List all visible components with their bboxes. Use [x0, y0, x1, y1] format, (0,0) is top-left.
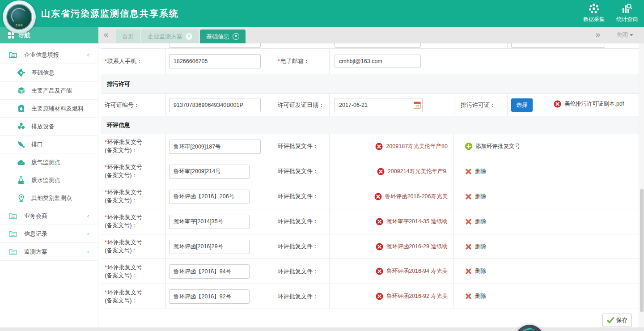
eia-file-link[interactable]: 鲁环评函2016-94 寿光美	[376, 267, 448, 275]
sidebar-item-other-monitoring-points[interactable]: 其他类别监测点	[0, 189, 98, 207]
delete-eia-row-button[interactable]: 删除	[465, 218, 486, 225]
remove-file-icon[interactable]	[376, 243, 383, 250]
close-tabs-menu[interactable]: 关闭	[616, 31, 633, 39]
sidebar-item-label: 主要原辅材料及燃料	[31, 105, 84, 113]
tab-basic-info[interactable]: 基础信息 ✕	[200, 30, 246, 43]
scrollbar-thumb[interactable]	[640, 189, 644, 312]
eia-file-name[interactable]: 鲁环评函2016-206寿光美	[385, 193, 448, 200]
eia-doc-no-input[interactable]	[169, 215, 250, 229]
app-logo: ZHB	[3, 0, 36, 34]
sidebar: 企业信息填报 ‹ 基础信息 主要产品及产能 主要原辅材料及燃料 排放设备 排口	[0, 43, 98, 328]
sidebar-item-monitoring-plan[interactable]: 监测方案 ‹	[0, 243, 98, 261]
tab-enterprise-monitoring-plan[interactable]: 企业监测方案 ✕	[141, 30, 199, 43]
contact-email-input[interactable]	[335, 55, 421, 68]
sidebar-item-outfall[interactable]: 排口	[0, 136, 98, 153]
eia-file-name[interactable]: 潍环审字2014-35 造纸助	[386, 218, 448, 225]
sidebar-item-waste-water-points[interactable]: 废水监测点	[0, 171, 98, 189]
eia-file-name[interactable]: 鲁环评函2016-94 寿光美	[386, 267, 448, 275]
sidebar-item-basic-info[interactable]: 基础信息	[0, 64, 98, 82]
delete-cross-icon	[465, 243, 472, 250]
eia-file-name[interactable]: 2009187寿光美伦年产80	[386, 143, 448, 150]
eia-row: *环评批复文号 (备案文号)： 环评批复文件： 2009187寿光美伦年产80 …	[101, 134, 639, 159]
gear-icon	[17, 69, 25, 77]
choose-file-button[interactable]: 选择	[511, 98, 533, 112]
eia-file-link[interactable]: 2009187寿光美伦年产80	[375, 143, 448, 150]
eia-file-link[interactable]: 潍环审字2014-35 造纸助	[376, 218, 448, 225]
add-eia-row-button[interactable]: 添加环评批复文号	[465, 143, 520, 150]
permit-date-input[interactable]	[335, 98, 423, 112]
eia-doc-no-input[interactable]	[169, 240, 250, 254]
eia-file-name[interactable]: 鲁环评函2016-92 寿光美	[386, 293, 448, 300]
stats-search-icon	[621, 3, 633, 14]
sidebar-item-enterprise-info-filling[interactable]: 企业信息填报 ‹	[0, 46, 98, 64]
eia-doc-no-input[interactable]	[169, 165, 250, 179]
remove-file-icon[interactable]	[376, 293, 383, 300]
vertical-scrollbar[interactable]	[639, 43, 644, 331]
eia-file-link[interactable]: 鲁环评函2016-92 寿光美	[376, 293, 448, 300]
remove-file-icon[interactable]	[554, 100, 561, 108]
delete-eia-row-label: 删除	[475, 267, 486, 275]
eia-file-label: 环评批复文件：	[278, 184, 318, 209]
remove-file-icon[interactable]	[376, 267, 383, 275]
sidebar-item-main-products[interactable]: 主要产品及产能	[0, 82, 98, 100]
delete-eia-row-button[interactable]: 删除	[465, 243, 486, 250]
permit-cert-label: 排污许可证：	[461, 94, 496, 116]
sidebar-item-waste-gas-points[interactable]: co 废气监测点	[0, 153, 98, 171]
delete-eia-row-button[interactable]: 删除	[465, 293, 486, 300]
contact-email-label: *电子邮箱：	[278, 49, 309, 74]
remove-file-icon[interactable]	[375, 143, 383, 150]
eia-doc-no-input[interactable]	[169, 264, 250, 279]
sidebar-item-info-records[interactable]: 信息记录 ‹	[0, 225, 98, 243]
sidebar-item-business-consultation[interactable]: 业务会商 ‹	[0, 207, 98, 225]
scroll-tabs-left-icon[interactable]: «	[104, 30, 109, 39]
eia-file-name[interactable]: 潍环评函2016-29 造纸助	[386, 243, 448, 250]
map-pin-icon	[17, 194, 25, 202]
eia-file-label: 环评批复文件：	[278, 209, 318, 234]
folder-icon	[9, 51, 17, 59]
eia-file-label: 环评批复文件：	[278, 159, 318, 184]
remove-file-icon[interactable]	[374, 193, 382, 200]
statistics-query-button[interactable]: 统计查询	[616, 3, 638, 23]
eia-file-name[interactable]: 2009214寿光美伦年产9.	[388, 168, 448, 175]
sidebar-item-label: 废水监测点	[31, 176, 60, 184]
sidebar-item-label: 排放设备	[31, 123, 55, 131]
contact-phone-input[interactable]	[169, 54, 261, 68]
partial-input[interactable]	[511, 43, 605, 48]
eia-row: *环评批复文号 (备案文号)： 环评批复文件： 鲁环评函2016-94 寿光美 …	[101, 259, 639, 284]
contact-phone-label: *联系人手机：	[105, 49, 142, 74]
tab-close-icon[interactable]: ✕	[186, 33, 192, 40]
delete-eia-row-button[interactable]: 删除	[465, 168, 486, 175]
partial-input[interactable]	[169, 43, 261, 48]
permit-no-label: 许可证编号：	[105, 94, 140, 116]
remove-file-icon[interactable]	[377, 168, 385, 175]
calendar-icon[interactable]	[414, 102, 421, 109]
permit-file-name[interactable]: 美伦排污许可证副本.pdf	[564, 100, 624, 108]
flask-icon	[17, 176, 25, 184]
eia-row: *环评批复文号 (备案文号)： 环评批复文件： 潍环审字2014-35 造纸助 …	[101, 209, 639, 234]
partial-input[interactable]	[335, 43, 421, 48]
eia-file-link[interactable]: 鲁环评函2016-206寿光美	[374, 193, 448, 200]
eia-row: *环评批复文号 (备案文号)： 环评批复文件： 潍环评函2016-29 造纸助 …	[101, 234, 639, 259]
eia-file-link[interactable]: 2009214寿光美伦年产9.	[377, 168, 448, 175]
fan-icon	[17, 123, 25, 131]
eia-doc-no-input[interactable]	[169, 289, 250, 304]
eia-doc-no-input[interactable]	[169, 190, 250, 204]
sidebar-item-emission-equipment[interactable]: 排放设备	[0, 118, 98, 136]
delete-eia-row-button[interactable]: 删除	[465, 193, 486, 200]
scroll-tabs-right-icon[interactable]: »	[595, 30, 600, 39]
sidebar-item-raw-materials-fuel[interactable]: 主要原辅材料及燃料	[0, 100, 98, 118]
data-collection-button[interactable]: 数据采集	[583, 3, 605, 23]
permit-file-link[interactable]: 美伦排污许可证副本.pdf	[554, 100, 624, 108]
eia-file-link[interactable]: 潍环评函2016-29 造纸助	[376, 243, 448, 250]
eia-doc-no-input[interactable]	[169, 140, 261, 154]
delete-eia-row-label: 删除	[475, 243, 486, 250]
eia-section-title: 环评信息	[101, 116, 639, 134]
tab-home[interactable]: 首页	[116, 30, 140, 43]
save-button[interactable]: 保存	[602, 314, 632, 327]
permit-no-input[interactable]	[169, 98, 261, 112]
remove-file-icon[interactable]	[376, 218, 383, 225]
delete-eia-row-button[interactable]: 删除	[465, 267, 486, 275]
tab-close-icon[interactable]: ✕	[233, 33, 239, 40]
chevron-collapse-icon: ‹	[87, 51, 89, 58]
eia-doc-label: *环评批复文号 (备案文号)：	[105, 234, 142, 259]
